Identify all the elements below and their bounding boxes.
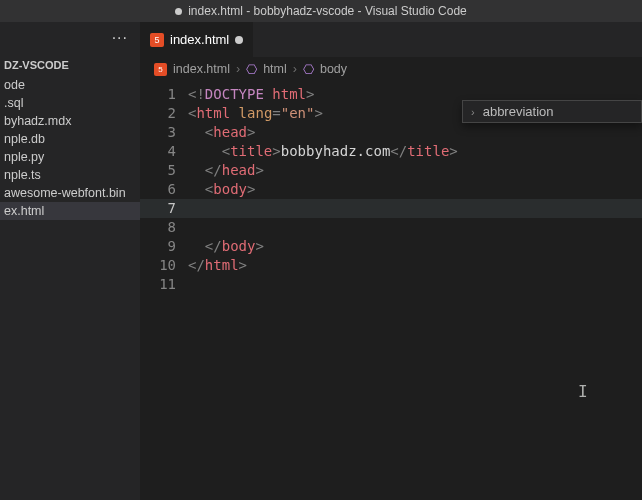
- file-item[interactable]: nple.ts: [0, 166, 140, 184]
- line-number: 7: [140, 199, 176, 218]
- line-number: 1: [140, 85, 176, 104]
- code-line[interactable]: [188, 275, 642, 294]
- file-item[interactable]: nple.db: [0, 130, 140, 148]
- line-number: 10: [140, 256, 176, 275]
- tab-bar: 5 index.html: [140, 22, 642, 57]
- html-file-icon: 5: [154, 63, 167, 76]
- line-number-gutter: 1 2 3 4 5 6 7 8 9 10 11: [140, 81, 188, 500]
- file-item[interactable]: ex.html: [0, 202, 140, 220]
- line-number: 8: [140, 218, 176, 237]
- code-content[interactable]: <!DOCTYPE html> <html lang="en"> <head> …: [188, 81, 642, 500]
- breadcrumb-node[interactable]: body: [320, 62, 347, 76]
- line-number: 11: [140, 275, 176, 294]
- code-line[interactable]: [188, 218, 642, 237]
- text-cursor-icon: I: [578, 382, 588, 401]
- explorer-header: ···: [0, 22, 140, 54]
- line-number: 4: [140, 142, 176, 161]
- file-item[interactable]: nple.py: [0, 148, 140, 166]
- code-line[interactable]: <head>: [188, 123, 642, 142]
- line-number: 5: [140, 161, 176, 180]
- code-line[interactable]: </html>: [188, 256, 642, 275]
- brace-icon: ⎔: [303, 62, 314, 77]
- chevron-right-icon: ›: [471, 106, 475, 118]
- chevron-right-icon: ›: [236, 62, 240, 76]
- suggest-widget[interactable]: › abbreviation: [462, 100, 642, 123]
- editor-tab[interactable]: 5 index.html: [140, 22, 254, 57]
- line-number: 9: [140, 237, 176, 256]
- suggest-item[interactable]: › abbreviation: [463, 101, 641, 122]
- line-number: 2: [140, 104, 176, 123]
- line-number: 6: [140, 180, 176, 199]
- explorer-folder-title[interactable]: DZ-VSCODE: [0, 54, 140, 76]
- explorer-sidebar: ··· DZ-VSCODE ode .sql byhadz.mdx nple.d…: [0, 22, 140, 500]
- suggest-label: abbreviation: [483, 104, 554, 119]
- title-bar: index.html - bobbyhadz-vscode - Visual S…: [0, 0, 642, 22]
- code-line[interactable]: <body>: [188, 180, 642, 199]
- file-item[interactable]: awesome-webfont.bin: [0, 184, 140, 202]
- editor-area: 5 index.html 5 index.html › ⎔ html › ⎔ b…: [140, 22, 642, 500]
- code-line[interactable]: [188, 199, 642, 218]
- window-title: index.html - bobbyhadz-vscode - Visual S…: [188, 4, 467, 18]
- code-line[interactable]: </body>: [188, 237, 642, 256]
- file-item[interactable]: ode: [0, 76, 140, 94]
- code-line[interactable]: <title>bobbyhadz.com</title>: [188, 142, 642, 161]
- code-editor[interactable]: 1 2 3 4 5 6 7 8 9 10 11 <!DOCTYPE html> …: [140, 81, 642, 500]
- chevron-right-icon: ›: [293, 62, 297, 76]
- breadcrumb-node[interactable]: html: [263, 62, 287, 76]
- file-item[interactable]: .sql: [0, 94, 140, 112]
- line-number: 3: [140, 123, 176, 142]
- tab-label: index.html: [170, 32, 229, 47]
- breadcrumb-file[interactable]: index.html: [173, 62, 230, 76]
- file-item[interactable]: byhadz.mdx: [0, 112, 140, 130]
- tab-dirty-icon[interactable]: [235, 36, 243, 44]
- file-list: ode .sql byhadz.mdx nple.db nple.py nple…: [0, 76, 140, 220]
- brace-icon: ⎔: [246, 62, 257, 77]
- dirty-indicator-icon: [175, 8, 182, 15]
- html-file-icon: 5: [150, 33, 164, 47]
- more-actions-icon[interactable]: ···: [112, 29, 128, 47]
- breadcrumb[interactable]: 5 index.html › ⎔ html › ⎔ body: [140, 57, 642, 81]
- code-line[interactable]: </head>: [188, 161, 642, 180]
